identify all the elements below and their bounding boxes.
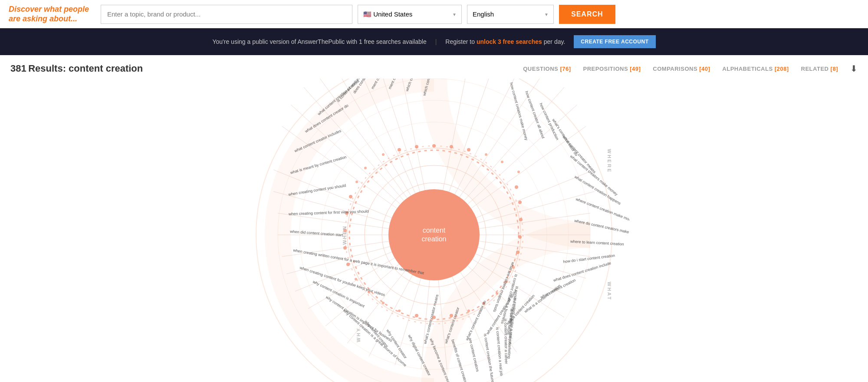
svg-point-55 — [485, 153, 487, 156]
svg-point-65 — [516, 250, 519, 254]
banner-register: Register to unlock 3 free searches per d… — [445, 38, 565, 45]
results-title: 381 Results: content creation — [10, 63, 143, 74]
svg-point-70 — [467, 310, 470, 312]
svg-text:creation: creation — [422, 235, 447, 243]
svg-point-64 — [518, 235, 522, 239]
svg-point-73 — [415, 314, 418, 317]
svg-text:how content creators make mone: how content creators make money — [509, 82, 529, 141]
svg-point-58 — [398, 148, 401, 151]
results-label: Results: — [28, 63, 69, 74]
tab-related[interactable]: RELATED [8] — [801, 66, 838, 72]
tab-alphabeticals[interactable]: ALPHABETICALS [208] — [722, 66, 789, 72]
svg-text:when creating content for yout: when creating content for youtube keep y… — [299, 265, 386, 297]
tab-questions[interactable]: QUESTIONS [76] — [523, 66, 571, 72]
country-select[interactable]: 🇺🇸 United States 🇬🇧 United Kingdom 🇨🇦 Ca… — [358, 5, 462, 24]
tab-prepositions[interactable]: PREPOSITIONS [49] — [583, 66, 641, 72]
search-input[interactable] — [101, 5, 352, 24]
language-select[interactable]: English Spanish French German — [467, 5, 554, 24]
svg-point-82 — [349, 195, 352, 198]
banner: You're using a public version of AnswerT… — [0, 28, 868, 55]
language-select-wrapper[interactable]: English Spanish French German — [467, 5, 554, 24]
search-input-wrap[interactable] — [101, 5, 352, 24]
svg-point-52 — [432, 144, 436, 148]
svg-point-61 — [515, 185, 518, 189]
svg-text:WHY: WHY — [356, 327, 361, 342]
logo: Discover what people are asking about... — [9, 5, 95, 23]
svg-text:how content creator all about: how content creator all about — [524, 90, 546, 139]
svg-point-78 — [346, 263, 350, 266]
svg-text:is content creation the future: is content creation the future — [483, 333, 495, 382]
svg-point-84 — [364, 167, 367, 169]
results-query: content creation — [69, 63, 143, 74]
svg-text:content: content — [423, 227, 446, 234]
svg-text:WHERE: WHERE — [607, 149, 612, 173]
svg-text:when creating content for firs: when creating content for first view you… — [288, 209, 369, 216]
svg-point-83 — [355, 181, 358, 183]
svg-point-74 — [398, 310, 401, 312]
svg-text:when did content creation star: when did content creation start — [289, 229, 343, 237]
wheel-svg: content creation — [239, 79, 629, 382]
logo-highlight: asking — [23, 14, 47, 23]
svg-point-59 — [382, 153, 385, 156]
svg-text:where content creation make mo: where content creation make money — [575, 197, 629, 224]
create-account-button[interactable]: CREATE FREE ACCOUNT — [574, 35, 655, 48]
banner-divider: | — [435, 38, 437, 45]
visualization-area: content creation — [0, 79, 868, 382]
svg-point-53 — [450, 145, 453, 148]
svg-point-62 — [518, 201, 522, 204]
results-tabs: QUESTIONS [76] PREPOSITIONS [49] COMPARI… — [523, 63, 858, 74]
svg-point-63 — [519, 218, 523, 221]
logo-line1: Discover what people are asking about... — [9, 5, 95, 23]
svg-point-56 — [501, 161, 503, 163]
svg-point-60 — [517, 171, 520, 173]
svg-point-79 — [343, 246, 347, 250]
results-header: 381 Results: content creation QUESTIONS … — [0, 55, 868, 79]
svg-text:benefits of content creator: benefits of content creator — [450, 339, 468, 382]
results-count: 381 — [10, 63, 26, 74]
svg-point-77 — [355, 278, 357, 280]
download-icon[interactable]: ⬇ — [850, 63, 858, 74]
svg-point-68 — [496, 292, 498, 295]
header: Discover what people are asking about...… — [0, 0, 868, 28]
svg-point-75 — [382, 302, 385, 304]
svg-text:WHAT: WHAT — [607, 282, 612, 301]
svg-point-57 — [415, 145, 418, 148]
wheel-container: content creation — [239, 79, 629, 382]
svg-text:are content creators: are content creators — [468, 337, 480, 372]
svg-text:what content creator means: what content creator means — [562, 135, 597, 175]
search-button[interactable]: SEARCH — [559, 5, 615, 24]
country-select-wrapper[interactable]: 🇺🇸 United States 🇬🇧 United Kingdom 🇨🇦 Ca… — [358, 5, 462, 24]
svg-text:is content creation a real job: is content creation a real job — [495, 327, 504, 376]
tab-comparisons[interactable]: COMPARISONS [40] — [653, 66, 710, 72]
banner-text: You're using a public version of AnswerT… — [212, 38, 426, 45]
svg-point-54 — [467, 148, 470, 151]
svg-text:what does content creation inc: what does content creation include — [552, 261, 612, 283]
unlock-link[interactable]: unlock 3 free searches — [477, 38, 542, 45]
